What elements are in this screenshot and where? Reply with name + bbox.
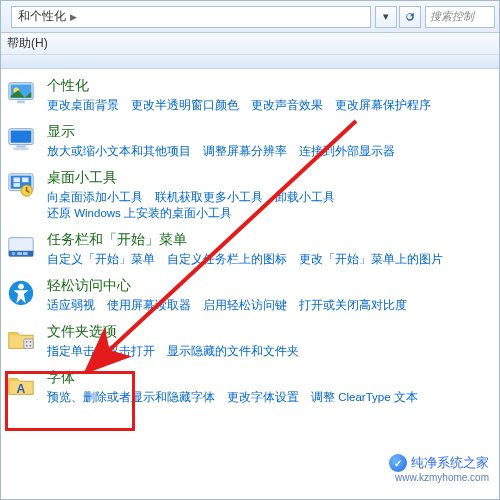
svg-text:A: A [17, 382, 26, 396]
breadcrumb-segment: 和个性化 [18, 8, 66, 25]
svg-rect-12 [14, 183, 21, 187]
link[interactable]: 适应弱视 [47, 297, 95, 313]
search-input[interactable]: 搜索控制 [425, 6, 495, 28]
refresh-button[interactable] [399, 6, 421, 28]
link[interactable]: 更改字体设置 [227, 389, 299, 405]
link[interactable]: 卸载小工具 [275, 189, 335, 205]
category-title[interactable]: 显示 [47, 123, 489, 141]
display-icon [5, 123, 37, 155]
dropdown-button[interactable]: ▾ [375, 6, 397, 28]
svg-rect-11 [22, 178, 29, 183]
svg-rect-21 [24, 339, 33, 348]
personalization-icon [5, 77, 37, 109]
svg-rect-10 [14, 178, 21, 183]
svg-rect-18 [23, 252, 28, 255]
chevron-right-icon: ▶ [70, 12, 77, 22]
link[interactable]: 连接到外部显示器 [299, 143, 395, 159]
category-personalization: 个性化 更改桌面背景 更改半透明窗口颜色 更改声音效果 更改屏幕保护程序 [5, 77, 489, 113]
window-frame: 和个性化 ▶ ▾ 搜索控制 帮助(H) 个性化 更改桌面背景 更改半透明窗口颜 [0, 0, 500, 500]
link[interactable]: 更改声音效果 [251, 97, 323, 113]
category-title[interactable]: 文件夹选项 [47, 323, 489, 341]
svg-rect-6 [16, 146, 25, 148]
svg-point-24 [26, 345, 28, 347]
svg-rect-3 [17, 101, 25, 104]
folder-icon [5, 323, 37, 355]
link[interactable]: 更改屏幕保护程序 [335, 97, 431, 113]
category-title[interactable]: 个性化 [47, 77, 489, 95]
address-actions: ▾ [375, 6, 421, 28]
svg-point-23 [29, 341, 31, 343]
svg-rect-17 [17, 252, 22, 255]
svg-point-20 [18, 284, 24, 290]
category-title[interactable]: 任务栏和「开始」菜单 [47, 231, 489, 249]
link[interactable]: 使用屏幕读取器 [107, 297, 191, 313]
content-pane: 个性化 更改桌面背景 更改半透明窗口颜色 更改声音效果 更改屏幕保护程序 显示 … [1, 69, 499, 499]
link[interactable]: 显示隐藏的文件和文件夹 [167, 343, 299, 359]
link[interactable]: 放大或缩小文本和其他项目 [47, 143, 191, 159]
link[interactable]: 指定单击或双击打开 [47, 343, 155, 359]
category-taskbar: 任务栏和「开始」菜单 自定义「开始」菜单 自定义任务栏上的图标 更改「开始」菜单… [5, 231, 489, 267]
link[interactable]: 自定义任务栏上的图标 [167, 251, 287, 267]
category-ease-of-access: 轻松访问中心 适应弱视 使用屏幕读取器 启用轻松访问键 打开或关闭高对比度 [5, 277, 489, 313]
svg-point-22 [26, 341, 28, 343]
search-placeholder: 搜索控制 [430, 9, 474, 24]
category-title[interactable]: 字体 [47, 369, 489, 387]
link[interactable]: 联机获取更多小工具 [155, 189, 263, 205]
category-gadgets: 桌面小工具 向桌面添加小工具 联机获取更多小工具 卸载小工具 还原 Window… [5, 169, 489, 221]
category-title[interactable]: 桌面小工具 [47, 169, 489, 187]
ease-icon [5, 277, 37, 309]
gadgets-icon [5, 169, 37, 201]
link[interactable]: 启用轻松访问键 [203, 297, 287, 313]
link[interactable]: 预览、删除或者显示和隐藏字体 [47, 389, 215, 405]
address-bar: 和个性化 ▶ ▾ 搜索控制 [1, 1, 499, 33]
link[interactable]: 调整屏幕分辨率 [203, 143, 287, 159]
menu-help[interactable]: 帮助(H) [7, 35, 48, 52]
menu-bar: 帮助(H) [1, 33, 499, 55]
category-title[interactable]: 轻松访问中心 [47, 277, 489, 295]
category-display: 显示 放大或缩小文本和其他项目 调整屏幕分辨率 连接到外部显示器 [5, 123, 489, 159]
breadcrumb[interactable]: 和个性化 ▶ [11, 6, 371, 28]
link[interactable]: 打开或关闭高对比度 [299, 297, 407, 313]
link[interactable]: 调整 ClearType 文本 [311, 389, 418, 405]
svg-rect-7 [14, 147, 29, 150]
link[interactable]: 还原 Windows 上安装的桌面小工具 [47, 205, 232, 221]
link[interactable]: 更改半透明窗口颜色 [131, 97, 239, 113]
link[interactable]: 自定义「开始」菜单 [47, 251, 155, 267]
svg-point-16 [12, 252, 16, 256]
svg-rect-5 [11, 131, 32, 143]
category-folder-options: 文件夹选项 指定单击或双击打开 显示隐藏的文件和文件夹 [5, 323, 489, 359]
link[interactable]: 更改「开始」菜单上的图片 [299, 251, 443, 267]
taskbar-icon [5, 231, 37, 263]
link[interactable]: 更改桌面背景 [47, 97, 119, 113]
fonts-icon: A [5, 369, 37, 401]
svg-point-25 [29, 345, 31, 347]
command-bar [1, 55, 499, 69]
category-fonts: A 字体 预览、删除或者显示和隐藏字体 更改字体设置 调整 ClearType … [5, 369, 489, 405]
link[interactable]: 向桌面添加小工具 [47, 189, 143, 205]
refresh-icon [404, 11, 416, 23]
